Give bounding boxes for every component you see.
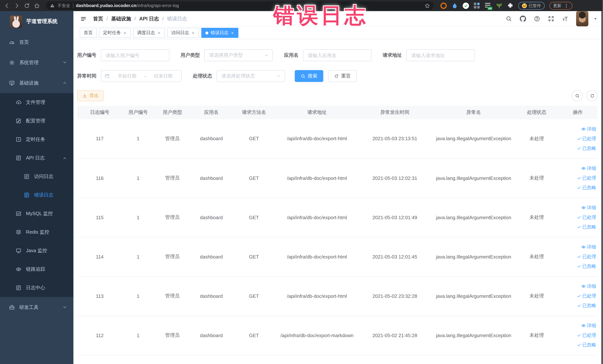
row-action-done[interactable]: 已处理 [558,252,596,261]
extension-blue-drop-icon[interactable] [452,2,458,9]
row-action-done[interactable]: 已处理 [558,212,596,222]
not-secure-warning-icon[interactable] [50,3,55,8]
close-icon[interactable] [191,31,195,35]
window-scrollbar[interactable] [601,11,603,364]
browser-update-button[interactable]: 更新 [549,2,572,10]
forward-icon[interactable] [14,2,20,9]
process-status-select[interactable]: 请选择处理状态 [217,70,285,82]
extension-plant-icon[interactable] [496,2,502,9]
sidebar-item-label: Redis 监控 [26,229,49,235]
sidebar-item-label: 日志中心 [26,284,45,291]
extensions-puzzle-icon[interactable] [507,2,513,9]
row-action-detail[interactable]: 详细 [558,282,596,291]
search-icon[interactable] [506,16,512,22]
breadcrumb-item[interactable]: API 日志 [139,15,159,22]
sidebar-item-access-log[interactable]: 访问日志 [0,167,73,186]
breadcrumb-separator: / [162,16,164,22]
row-action-done[interactable]: 已处理 [558,330,596,340]
reset-button[interactable]: 重置 [328,70,357,82]
extension-grid-icon[interactable] [474,2,480,9]
row-action-ignore[interactable]: 已忽略 [558,340,596,350]
row-action-detail[interactable]: 详细 [558,164,596,173]
export-button[interactable]: 导出 [77,90,104,101]
exception-time-range-picker[interactable]: 开始日期 - 结束日期 [101,70,182,82]
chart-icon [16,211,22,217]
eye-icon [581,166,586,171]
user-type-select[interactable]: 请选择用户类型 [204,49,273,61]
sidebar-item-api-log[interactable]: API 日志 [0,149,73,167]
doc-edit-icon [24,192,30,198]
sidebar-item-redis[interactable]: Redis 监控 [0,223,73,241]
app-name-label: 应用名 [284,52,299,59]
row-action-done[interactable]: 已处理 [558,291,596,301]
sidebar-item-mysql[interactable]: MySQL 监控 [0,204,73,223]
help-icon[interactable] [534,16,540,22]
chevron-down-icon [264,53,269,58]
cell-exception: java.lang.IllegalArgumentException [432,198,515,237]
page-url[interactable]: dashboard.yudao.iocoder.cn/infra/log/api… [76,3,179,8]
row-action-done[interactable]: 已处理 [558,173,596,183]
extension-green-check-icon[interactable] [463,2,469,9]
sidebar-item-config[interactable]: 配置管理 [0,112,73,130]
sidebar-item-infra[interactable]: 基础设施 [0,73,73,93]
sidebar-item-dev-tools[interactable]: 研发工具 [0,297,73,317]
user-menu-caret-icon[interactable] [593,16,598,21]
row-action-detail[interactable]: 详细 [558,124,596,134]
back-icon[interactable] [4,2,10,9]
font-size-icon[interactable] [562,16,568,22]
bookmark-star-icon[interactable] [425,3,430,8]
extension-paused-chip[interactable]: 已暂停 [518,2,545,10]
sidebar-item-job[interactable]: 定时任务 [0,130,73,149]
sidebar-item-log-center[interactable]: 日志中心 [0,279,73,297]
user-id-input[interactable] [101,49,169,61]
fullscreen-icon[interactable] [548,16,554,22]
tab-access-log[interactable]: 访问日志 [167,28,199,38]
cell-id: 112 [77,316,122,355]
breadcrumb-item[interactable]: 基础设施 [111,15,131,22]
extension-orange-ring-icon[interactable] [441,2,447,9]
row-action-detail[interactable]: 详细 [558,321,596,330]
search-button[interactable]: 搜索 [295,70,323,82]
cell-user_id: 1 [122,276,154,316]
sidebar-item-java[interactable]: Java 监控 [0,241,73,260]
sidebar-item-error-log[interactable]: 错误日志 [0,186,73,204]
breadcrumb: 首页/基础设施/API 日志/错误日志 [93,15,187,22]
toggle-search-button[interactable] [572,90,583,101]
breadcrumb-separator: / [106,16,108,22]
sidebar-item-tracer[interactable]: 链路追踪 [0,260,73,279]
refresh-table-button[interactable] [587,90,598,101]
browser-menu-kebab-icon[interactable] [564,3,569,8]
cell-actions: 详细已处理已忽略 [558,119,598,158]
row-action-ignore[interactable]: 已忽略 [558,261,596,271]
row-action-ignore[interactable]: 已忽略 [558,301,596,310]
cell-url: /api/infra/db-doc/export-html [276,237,358,276]
row-action-done[interactable]: 已处理 [558,134,596,143]
row-action-detail[interactable]: 详细 [558,203,596,212]
user-avatar[interactable] [576,11,588,26]
tab-home[interactable]: 首页 [80,28,97,38]
close-icon[interactable] [123,31,127,35]
row-action-detail[interactable]: 详细 [558,242,596,252]
row-action-ignore[interactable]: 已忽略 [558,222,596,232]
tab-job[interactable]: 定时任务 [99,28,131,38]
tab-job-log[interactable]: 调度日志 [133,28,165,38]
row-action-ignore[interactable]: 已忽略 [558,143,596,153]
app-logo[interactable]: 芋道管理系统 [0,11,73,32]
home-icon[interactable] [34,2,40,9]
app-name-input[interactable] [303,49,371,61]
breadcrumb-item[interactable]: 首页 [93,15,103,22]
address-bar[interactable]: 不安全 dashboard.yudao.iocoder.cn/infra/log… [46,1,434,10]
sidebar-item-file[interactable]: 文件管理 [0,93,73,112]
sidebar-collapse-icon[interactable] [80,15,87,22]
row-action-ignore[interactable]: 已忽略 [558,183,596,192]
github-icon[interactable] [520,16,526,22]
doc-edit-icon [16,285,22,291]
sidebar-item-system[interactable]: 系统管理 [0,52,73,73]
tab-error-log[interactable]: 错误日志 [201,28,238,38]
sidebar-item-home[interactable]: 首页 [0,32,73,52]
reload-icon[interactable] [24,2,30,9]
close-icon[interactable] [157,31,161,35]
extension-on-switch-icon[interactable]: on [485,2,491,9]
request-url-input[interactable] [406,49,475,61]
close-icon[interactable] [231,31,234,35]
